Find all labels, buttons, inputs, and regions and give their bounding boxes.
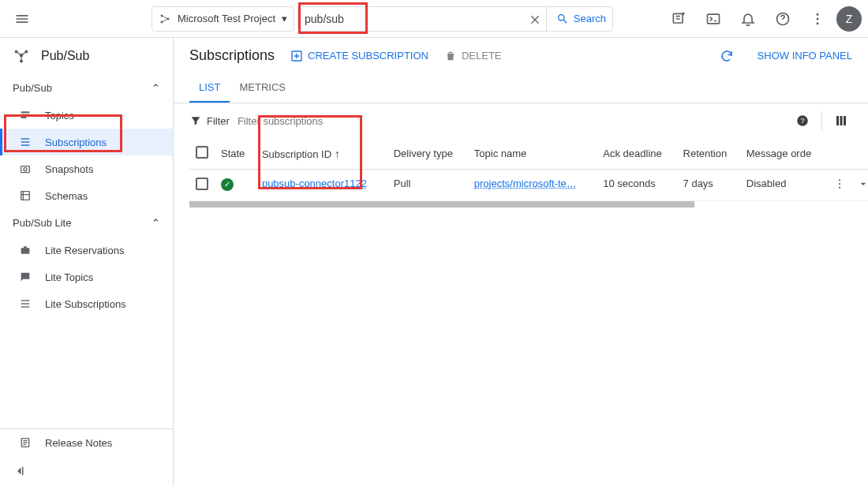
section-label: Pub/Sub Lite xyxy=(13,217,71,229)
row-more-actions-icon[interactable] xyxy=(833,178,846,190)
search-button[interactable]: Search xyxy=(546,7,606,31)
cell-retention: 7 days xyxy=(677,170,740,201)
col-retention[interactable]: Retention xyxy=(677,138,740,170)
feedback-icon[interactable] xyxy=(663,3,694,35)
filter-help-icon[interactable]: ? xyxy=(791,110,814,132)
caret-down-icon: ▾ xyxy=(282,13,287,24)
sidebar-item-lite-topics[interactable]: Lite Topics xyxy=(0,264,173,290)
user-avatar[interactable]: Z xyxy=(836,6,862,32)
sidebar-item-label: Lite Subscriptions xyxy=(45,298,126,310)
col-delivery-type[interactable]: Delivery type xyxy=(387,138,468,170)
sidebar-item-subscriptions[interactable]: Subscriptions xyxy=(0,129,173,155)
col-state[interactable]: State xyxy=(215,138,256,170)
col-message-ordering[interactable]: Message orde xyxy=(740,138,827,170)
svg-line-15 xyxy=(17,52,21,56)
refresh-button[interactable] xyxy=(720,49,734,63)
svg-line-4 xyxy=(162,19,168,22)
chevron-up-icon: ⌃ xyxy=(152,82,160,94)
select-all-checkbox[interactable] xyxy=(196,146,208,159)
sidebar-product-header: Pub/Sub xyxy=(0,38,173,74)
sidebar-item-topics[interactable]: Topics xyxy=(0,102,173,129)
schemas-icon xyxy=(18,189,32,203)
col-topic-name[interactable]: Topic name xyxy=(468,138,597,170)
sort-ascending-icon: ↑ xyxy=(335,148,340,160)
project-name: Microsoft Test Project xyxy=(178,13,275,24)
sidebar-section-pubsub[interactable]: Pub/Sub ⌃ xyxy=(0,74,173,102)
cloud-shell-icon[interactable] xyxy=(698,3,729,35)
svg-point-9 xyxy=(817,17,819,20)
list-icon xyxy=(18,297,32,311)
delete-button[interactable]: DELETE xyxy=(444,50,502,62)
cell-delivery-type: Pull xyxy=(387,170,468,201)
sidebar-item-label: Schemas xyxy=(45,190,88,202)
subscriptions-table: State Subscription ID ↑ Delivery type To… xyxy=(174,138,868,201)
subscription-id-link[interactable]: pubsub-connector1122 xyxy=(262,178,367,189)
delete-label: DELETE xyxy=(462,50,502,62)
svg-rect-6 xyxy=(708,14,720,24)
sidebar-item-label: Topics xyxy=(45,110,74,122)
row-checkbox[interactable] xyxy=(196,178,208,190)
search-button-label: Search xyxy=(574,13,606,24)
svg-rect-20 xyxy=(21,117,27,118)
svg-rect-18 xyxy=(21,111,30,113)
sidebar: Pub/Sub Pub/Sub ⌃ Topics Subscriptions S… xyxy=(0,38,174,486)
svg-text:?: ? xyxy=(800,117,804,125)
sidebar-item-lite-subscriptions[interactable]: Lite Subscriptions xyxy=(0,290,173,317)
search-input[interactable] xyxy=(305,13,524,25)
svg-point-42 xyxy=(839,187,840,189)
tab-list[interactable]: LIST xyxy=(189,73,230,103)
product-title: Pub/Sub xyxy=(41,49,89,63)
collapse-sidebar-button[interactable] xyxy=(0,456,173,486)
show-info-panel-button[interactable]: SHOW INFO PANEL xyxy=(758,50,852,62)
svg-rect-26 xyxy=(21,192,30,200)
svg-rect-24 xyxy=(21,166,30,173)
create-subscription-button[interactable]: CREATE SUBSCRIPTION xyxy=(290,50,428,62)
svg-line-3 xyxy=(162,16,168,19)
column-options-icon[interactable] xyxy=(830,110,852,132)
sidebar-item-label: Subscriptions xyxy=(45,136,107,148)
filter-input[interactable] xyxy=(238,115,370,127)
svg-rect-39 xyxy=(844,116,846,125)
svg-line-16 xyxy=(21,52,26,56)
more-menu-icon[interactable] xyxy=(802,3,833,35)
sidebar-item-label: Snapshots xyxy=(45,163,93,175)
top-bar: Microsoft Test Project ▾ Search Z xyxy=(0,0,868,38)
svg-rect-31 xyxy=(21,306,30,307)
project-dots-icon xyxy=(159,13,171,25)
svg-rect-38 xyxy=(840,116,843,125)
svg-point-25 xyxy=(24,168,27,171)
notifications-icon[interactable] xyxy=(732,3,764,35)
svg-rect-19 xyxy=(21,114,30,116)
tab-metrics[interactable]: METRICS xyxy=(230,73,295,103)
subscriptions-icon xyxy=(18,135,32,149)
sidebar-item-label: Lite Reservations xyxy=(45,245,124,256)
col-subscription-id[interactable]: Subscription ID ↑ xyxy=(256,138,387,170)
col-ack-deadline[interactable]: Ack deadline xyxy=(597,138,676,170)
sidebar-item-lite-reservations[interactable]: Lite Reservations xyxy=(0,237,173,264)
search-box: Search xyxy=(297,6,613,32)
expand-row-icon[interactable] xyxy=(857,178,868,190)
svg-rect-28 xyxy=(24,246,27,248)
table-row: ✓ pubsub-connector1122 Pull projects/mic… xyxy=(189,170,868,201)
create-label: CREATE SUBSCRIPTION xyxy=(308,50,428,62)
page-title: Subscriptions xyxy=(189,47,275,64)
main-header: Subscriptions CREATE SUBSCRIPTION DELETE… xyxy=(174,38,868,73)
clear-search-icon[interactable] xyxy=(524,8,546,30)
help-icon[interactable] xyxy=(767,3,799,35)
snapshots-icon xyxy=(18,162,32,176)
trash-icon xyxy=(444,50,457,62)
sidebar-item-schemas[interactable]: Schemas xyxy=(0,182,173,209)
plus-box-icon xyxy=(290,50,303,62)
sidebar-section-pubsublite[interactable]: Pub/Sub Lite ⌃ xyxy=(0,209,173,237)
sidebar-item-snapshots[interactable]: Snapshots xyxy=(0,155,173,182)
horizontal-scrollbar[interactable] xyxy=(189,201,694,207)
cell-ack-deadline: 10 seconds xyxy=(597,170,676,201)
project-picker[interactable]: Microsoft Test Project ▾ xyxy=(152,6,294,32)
sidebar-item-release-notes[interactable]: Release Notes xyxy=(0,429,173,456)
svg-point-41 xyxy=(839,183,840,185)
topic-name-link[interactable]: projects/microsoft-te… xyxy=(474,178,577,189)
svg-rect-22 xyxy=(21,141,30,142)
section-label: Pub/Sub xyxy=(13,82,52,94)
hamburger-menu-icon[interactable] xyxy=(6,3,38,35)
svg-rect-30 xyxy=(21,303,30,304)
